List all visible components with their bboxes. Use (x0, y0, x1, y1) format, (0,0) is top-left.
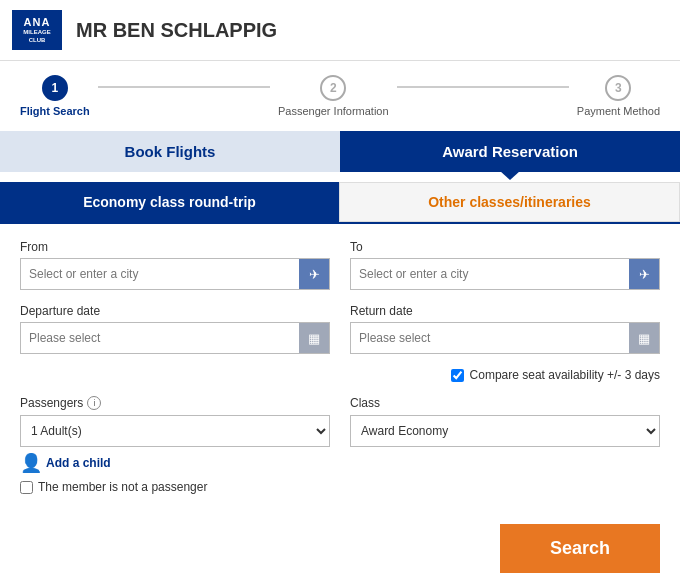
class-select-wrapper: Award Economy Award Business Award First (350, 415, 660, 447)
passengers-select-wrapper: 1 Adult(s) 2 Adult(s) 3 Adult(s) 4 Adult… (20, 415, 330, 447)
departure-label: Departure date (20, 304, 330, 318)
step-circle-3: 3 (605, 75, 631, 101)
child-icon: 👤 (20, 452, 42, 474)
to-input-wrapper: ✈ (350, 258, 660, 290)
from-plane-icon: ✈ (299, 259, 329, 289)
ana-logo: ANA MILEAGE CLUB (12, 10, 62, 50)
from-input-wrapper: ✈ (20, 258, 330, 290)
step-label-2: Passenger Information (278, 105, 389, 117)
to-plane-icon: ✈ (629, 259, 659, 289)
add-child-row: 👤 Add a child (20, 452, 330, 474)
sub-tabs: Economy class round-trip Other classes/i… (0, 182, 680, 224)
step-label-3: Payment Method (577, 105, 660, 117)
class-select[interactable]: Award Economy Award Business Award First (351, 416, 659, 446)
step-circle-1: 1 (42, 75, 68, 101)
return-label: Return date (350, 304, 660, 318)
to-input[interactable] (351, 259, 629, 289)
departure-calendar-icon[interactable]: ▦ (299, 323, 329, 353)
main-tabs: Book Flights Award Reservation (0, 131, 680, 172)
to-label: To (350, 240, 660, 254)
step-circle-2: 2 (320, 75, 346, 101)
sub-tab-other-classes[interactable]: Other classes/itineraries (339, 182, 680, 222)
search-btn-area: Search (0, 514, 680, 573)
form-area: From ✈ To ✈ Departure date ▦ (0, 224, 680, 514)
from-group: From ✈ (20, 240, 330, 290)
passengers-class-row: Passengers i 1 Adult(s) 2 Adult(s) 3 Adu… (20, 396, 660, 494)
step-line-1 (98, 86, 270, 88)
departure-group: Departure date ▦ (20, 304, 330, 354)
return-group: Return date ▦ (350, 304, 660, 354)
to-group: To ✈ (350, 240, 660, 290)
step-label-1: Flight Search (20, 105, 90, 117)
return-input-wrapper: ▦ (350, 322, 660, 354)
tab-award-reservation[interactable]: Award Reservation (340, 131, 680, 172)
return-input[interactable] (351, 323, 629, 353)
compare-row: Compare seat availability +/- 3 days (20, 368, 660, 382)
departure-input-wrapper: ▦ (20, 322, 330, 354)
from-to-row: From ✈ To ✈ (20, 240, 660, 290)
class-section: Class Award Economy Award Business Award… (350, 396, 660, 447)
passengers-info-icon[interactable]: i (87, 396, 101, 410)
logo-club: CLUB (29, 37, 46, 44)
tab-book-flights[interactable]: Book Flights (0, 131, 340, 172)
passengers-label: Passengers (20, 396, 83, 410)
step-line-2 (397, 86, 569, 88)
class-label: Class (350, 396, 380, 410)
logo-ana: ANA (24, 16, 51, 29)
search-button[interactable]: Search (500, 524, 660, 573)
sub-tab-economy[interactable]: Economy class round-trip (0, 182, 339, 222)
compare-checkbox[interactable] (451, 369, 464, 382)
progress-step-1: 1 Flight Search (20, 75, 90, 117)
logo-mileage: MILEAGE (23, 29, 50, 36)
member-checkbox-row: The member is not a passenger (20, 480, 330, 494)
from-input[interactable] (21, 259, 299, 289)
class-label-row: Class (350, 396, 660, 410)
add-child-link[interactable]: Add a child (46, 456, 111, 470)
progress-bar: 1 Flight Search 2 Passenger Information … (0, 61, 680, 131)
passengers-label-row: Passengers i (20, 396, 330, 410)
departure-input[interactable] (21, 323, 299, 353)
dates-row: Departure date ▦ Return date ▦ (20, 304, 660, 354)
main-container: ANA MILEAGE CLUB MR BEN SCHLAPPIG 1 Flig… (0, 0, 680, 573)
from-label: From (20, 240, 330, 254)
passengers-section: Passengers i 1 Adult(s) 2 Adult(s) 3 Adu… (20, 396, 330, 494)
progress-step-2: 2 Passenger Information (278, 75, 389, 117)
passengers-select[interactable]: 1 Adult(s) 2 Adult(s) 3 Adult(s) 4 Adult… (21, 416, 329, 446)
header: ANA MILEAGE CLUB MR BEN SCHLAPPIG (0, 0, 680, 61)
user-name: MR BEN SCHLAPPIG (76, 19, 277, 42)
member-not-passenger-checkbox[interactable] (20, 481, 33, 494)
progress-step-3: 3 Payment Method (577, 75, 660, 117)
member-not-passenger-label: The member is not a passenger (38, 480, 207, 494)
compare-label: Compare seat availability +/- 3 days (470, 368, 660, 382)
return-calendar-icon[interactable]: ▦ (629, 323, 659, 353)
